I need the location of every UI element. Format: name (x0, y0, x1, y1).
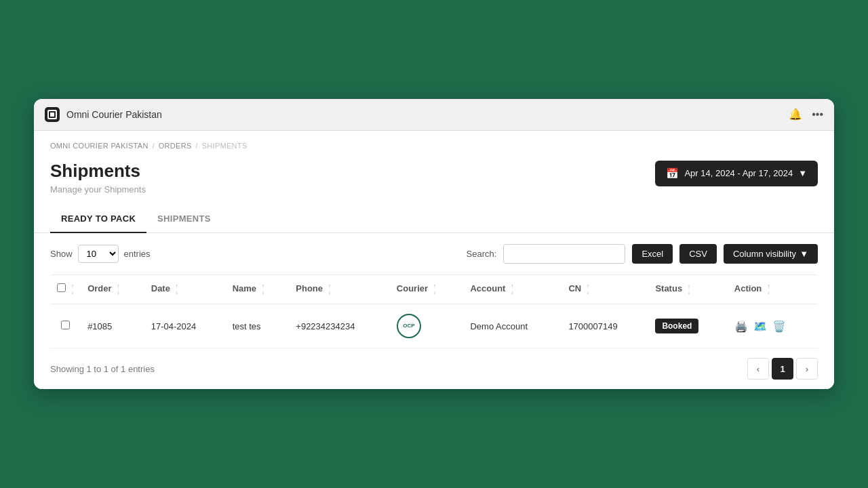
col-date-label: Date (151, 283, 170, 293)
col-account[interactable]: Account ↑↓ (463, 274, 561, 304)
titlebar-left: Omni Courier Pakistan (45, 107, 162, 122)
date-range-label: Apr 14, 2024 - Apr 17, 2024 (684, 168, 793, 178)
prev-page-button[interactable]: ‹ (747, 358, 769, 380)
page-header: Shipments Manage your Shipments 📅 Apr 14… (34, 155, 834, 205)
col-name-label: Name (233, 283, 256, 293)
app-icon (45, 107, 60, 122)
col-action-label: Action (734, 283, 762, 293)
col-status[interactable]: Status ↑↓ (648, 274, 727, 304)
next-page-button[interactable]: › (796, 358, 818, 380)
sort-icons-name: ↑↓ (262, 283, 265, 296)
search-input[interactable] (503, 244, 625, 264)
titlebar-right: 🔔 ••• (789, 108, 823, 121)
row-date: 17-04-2024 (144, 304, 226, 348)
notification-icon[interactable]: 🔔 (789, 108, 802, 121)
sort-icons-phone: ↑↓ (328, 283, 332, 296)
breadcrumb-sep-2: / (196, 142, 198, 150)
main-content: OMNI COURIER PAKISTAN / ORDERS / SHIPMEN… (34, 131, 834, 390)
showing-text: Showing 1 to 1 of 1 entries (50, 364, 155, 374)
sort-icons-cn: ↑↓ (587, 283, 590, 296)
col-name[interactable]: Name ↑↓ (226, 274, 290, 304)
col-courier-label: Courier (397, 283, 428, 293)
breadcrumb-sep-1: / (153, 142, 155, 150)
calendar-icon: 📅 (666, 167, 679, 180)
breadcrumb-shipments: SHIPMENTS (202, 142, 248, 150)
tabs-bar: READY TO PACK SHIPMENTS (34, 205, 834, 233)
col-phone[interactable]: Phone ↑↓ (289, 274, 390, 304)
date-picker-button[interactable]: 📅 Apr 14, 2024 - Apr 17, 2024 ▼ (655, 161, 818, 186)
col-order[interactable]: Order ↑↓ (81, 274, 144, 304)
sort-icons-status: ↑↓ (688, 283, 691, 296)
select-all-checkbox[interactable] (57, 283, 66, 292)
row-phone: +92234234234 (289, 304, 390, 348)
entries-select[interactable]: 10 25 50 100 (78, 245, 119, 263)
svg-rect-2 (50, 113, 54, 117)
col-order-label: Order (87, 283, 111, 293)
breadcrumb-orders[interactable]: ORDERS (159, 142, 192, 150)
titlebar: Omni Courier Pakistan 🔔 ••• (34, 99, 834, 131)
row-name: test tes (226, 304, 290, 348)
sort-icons-date: ↑↓ (176, 283, 179, 296)
breadcrumb-home[interactable]: OMNI COURIER PAKISTAN (50, 142, 149, 150)
row-cn: 1700007149 (561, 304, 648, 348)
row-actions: 🖨️ 🗺️ 🗑️ (728, 304, 818, 348)
sort-icons-order: ↑↓ (117, 283, 120, 296)
row-order: #1085 (81, 304, 144, 348)
page-1-button[interactable]: 1 (772, 358, 793, 380)
courier-logo: OCP (397, 314, 421, 338)
select-all-col: ↑↓ (50, 274, 81, 304)
show-label: Show (50, 249, 73, 259)
row-status: Booked (648, 304, 727, 348)
col-cn[interactable]: CN ↑↓ (561, 274, 648, 304)
row-courier: OCP (390, 304, 464, 348)
column-visibility-label: Column visibility (733, 249, 796, 259)
main-window: Omni Courier Pakistan 🔔 ••• OMNI COURIER… (34, 99, 834, 390)
delete-icon[interactable]: 🗑️ (772, 320, 786, 333)
sort-icons-account: ↑↓ (511, 283, 514, 296)
sort-icons-action: ↑↓ (767, 283, 770, 296)
search-area: Search: Excel CSV Column visibility ▼ (467, 244, 818, 264)
print-icon[interactable]: 🖨️ (734, 320, 748, 333)
col-account-label: Account (470, 283, 505, 293)
page-title-block: Shipments Manage your Shipments (50, 161, 146, 195)
col-vis-arrow-icon: ▼ (800, 249, 808, 259)
row-checkbox[interactable] (61, 321, 70, 329)
status-badge: Booked (655, 319, 698, 333)
map-icon[interactable]: 🗺️ (753, 320, 767, 333)
page-title: Shipments (50, 161, 146, 182)
csv-button[interactable]: CSV (679, 244, 717, 264)
col-phone-label: Phone (296, 283, 323, 293)
col-action[interactable]: Action ↑↓ (728, 274, 818, 304)
sort-icons-courier: ↑↓ (433, 283, 437, 296)
search-label: Search: (467, 249, 497, 259)
courier-logo-text: OCP (403, 323, 414, 329)
table-header-row: ↑↓ Order ↑↓ Date ↑↓ Name ↑↓ (50, 274, 818, 304)
table-controls: Show 10 25 50 100 entries Search: Excel … (34, 233, 834, 274)
page-subtitle: Manage your Shipments (50, 184, 146, 195)
sort-icons-checkbox: ↑↓ (71, 283, 75, 296)
action-icons: 🖨️ 🗺️ 🗑️ (734, 320, 811, 333)
col-cn-label: CN (568, 283, 581, 293)
breadcrumb: OMNI COURIER PAKISTAN / ORDERS / SHIPMEN… (34, 131, 834, 155)
pagination-row: Showing 1 to 1 of 1 entries ‹ 1 › (34, 348, 834, 389)
table-wrapper: ↑↓ Order ↑↓ Date ↑↓ Name ↑↓ (34, 274, 834, 349)
col-status-label: Status (655, 283, 682, 293)
table-body: #1085 17-04-2024 test tes +92234234234 O… (50, 304, 818, 348)
row-account: Demo Account (463, 304, 561, 348)
table-row: #1085 17-04-2024 test tes +92234234234 O… (50, 304, 818, 348)
col-courier[interactable]: Courier ↑↓ (390, 274, 464, 304)
tab-shipments[interactable]: SHIPMENTS (146, 205, 222, 233)
app-title: Omni Courier Pakistan (66, 109, 162, 120)
show-entries: Show 10 25 50 100 entries (50, 245, 151, 263)
tab-ready-to-pack[interactable]: READY TO PACK (50, 205, 146, 233)
more-menu-icon[interactable]: ••• (812, 108, 823, 121)
pagination: ‹ 1 › (747, 358, 818, 380)
col-date[interactable]: Date ↑↓ (144, 274, 226, 304)
excel-button[interactable]: Excel (632, 244, 673, 264)
shipments-table: ↑↓ Order ↑↓ Date ↑↓ Name ↑↓ (50, 274, 818, 349)
column-visibility-button[interactable]: Column visibility ▼ (724, 244, 818, 264)
row-checkbox-cell (50, 304, 81, 348)
dropdown-arrow-icon: ▼ (798, 168, 807, 178)
entries-label: entries (124, 249, 151, 259)
